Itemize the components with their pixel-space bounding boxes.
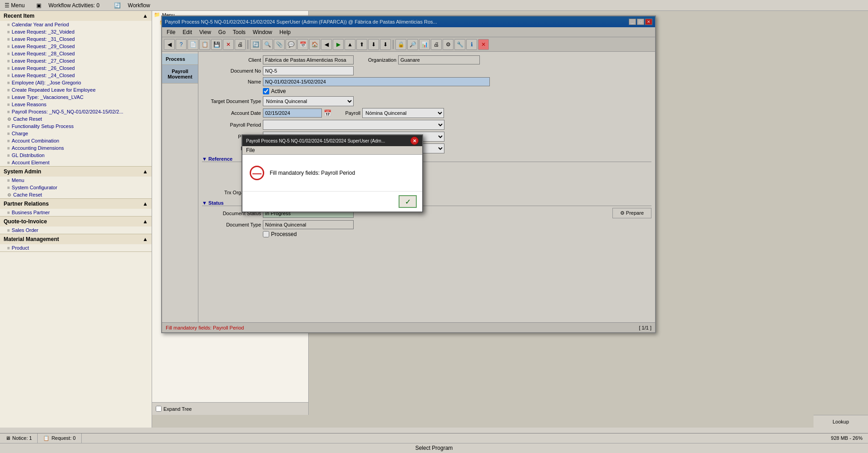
sidebar-item[interactable]: ≡Create Repeated Leave for Employee <box>0 86 152 94</box>
sidebar-item[interactable]: ≡Leave Request: _24_Closed <box>0 72 152 79</box>
item-icon: ≡ <box>7 138 10 143</box>
dialog-close-button[interactable]: ✕ <box>410 137 419 145</box>
notice-section: 🖥 Notice: 1 <box>0 433 38 443</box>
bottom-row1: 🖥 Notice: 1 📋 Request: 0 928 MB - 26% <box>0 433 868 443</box>
sidebar-item[interactable]: ≡Business Partner <box>0 209 152 216</box>
dialog-error-icon: — <box>250 166 264 180</box>
sidebar-item[interactable]: ≡Leave Request: _29_Closed <box>0 43 152 50</box>
item-icon: ⚙ <box>7 117 11 122</box>
sidebar-item[interactable]: ≡Accounting Dimensions <box>0 144 152 152</box>
main-window: Payroll Process NQ-5 NQ-01/02/2024-15/02… <box>161 15 656 333</box>
expand-tree-checkbox[interactable] <box>156 406 162 412</box>
sidebar-item[interactable]: ≡Account Combination <box>0 137 152 144</box>
item-icon: ≡ <box>7 37 10 42</box>
sidebar-item[interactable]: ≡Sales Order <box>0 226 152 234</box>
sidebar-item[interactable]: ≡Charge <box>0 130 152 137</box>
sidebar-item[interactable]: ≡Leave Request: _31_Closed <box>0 35 152 43</box>
sidebar-section-recent-header[interactable]: Recent Item ▲ <box>0 11 152 21</box>
sidebar-item[interactable]: ≡Employee (All): _Jose Gregorio <box>0 79 152 86</box>
sidebar-item[interactable]: ≡Leave Request: _26_Closed <box>0 64 152 72</box>
sidebar-section-quote: Quote-to-Invoice ▲ ≡Sales Order <box>0 217 152 234</box>
dialog-overlay: Payroll Process NQ-5 NQ-01/02/2024-15/02… <box>162 16 655 332</box>
request-text: Request: 0 <box>51 435 75 441</box>
item-icon: ≡ <box>7 66 10 71</box>
sidebar-section-sysadmin: System Admin ▲ ≡Menu ≡System Configurato… <box>0 167 152 199</box>
item-icon: ≡ <box>7 228 10 233</box>
collapse-quote-icon: ▲ <box>143 218 148 225</box>
global-bottom-bar: 🖥 Notice: 1 📋 Request: 0 928 MB - 26% Se… <box>0 433 868 453</box>
sidebar-item[interactable]: ≡Payroll Process: _NQ-5_NQ-01/02/2024-15… <box>0 108 152 115</box>
item-icon: ≡ <box>7 109 10 114</box>
workflow-activities-icon: ▣ <box>34 1 44 10</box>
dialog-ok-button[interactable]: ✓ <box>399 195 417 208</box>
sidebar-item[interactable]: ≡Account Element <box>0 159 152 166</box>
sidebar-item[interactable]: ≡Menu <box>0 177 152 184</box>
sidebar-item[interactable]: ≡Leave Request: _32_Voided <box>0 28 152 35</box>
notice-icon: 🖥 <box>5 435 10 441</box>
item-icon: ≡ <box>7 246 10 251</box>
collapse-recent-icon: ▲ <box>143 13 148 19</box>
bottom-row2: Select Program <box>0 443 868 453</box>
item-icon: ≡ <box>7 131 10 136</box>
top-menubar: ☰ Menu ▣ Workflow Activities: 0 🔄 Workfl… <box>0 0 868 11</box>
sidebar-item[interactable]: ≡Functionality Setup Process <box>0 123 152 130</box>
collapse-partner-icon: ▲ <box>143 201 148 207</box>
workflow-icon: 🔄 <box>111 1 123 10</box>
lookup-bar: Lookup <box>814 415 868 428</box>
sidebar-section-quote-header[interactable]: Quote-to-Invoice ▲ <box>0 217 152 226</box>
item-icon: ≡ <box>7 178 10 183</box>
item-icon: ≡ <box>7 95 10 100</box>
item-icon: ≡ <box>7 185 10 190</box>
sidebar-item[interactable]: ≡System Configurator <box>0 184 152 191</box>
select-program-label: Select Program <box>415 445 453 451</box>
sidebar-section-partner-header[interactable]: Partner Relations ▲ <box>0 199 152 209</box>
tree-expand-bar: Expand Tree <box>152 402 309 415</box>
sidebar-section-material-header[interactable]: Material Management ▲ <box>0 234 152 244</box>
collapse-material-icon: ▲ <box>143 236 148 242</box>
item-icon: ≡ <box>7 30 10 34</box>
sidebar-item[interactable]: ⚙Cache Reset <box>0 115 152 123</box>
lookup-label: Lookup <box>833 419 849 424</box>
sidebar-item[interactable]: ≡Leave Type: _Vacaciones_LVAC <box>0 94 152 101</box>
item-icon: ≡ <box>7 59 10 64</box>
menu-item-menu[interactable]: ☰ Menu <box>2 1 27 10</box>
dialog-error-message: Fill mandatory fields: Payroll Period <box>270 170 355 176</box>
item-icon: ⚙ <box>7 192 11 197</box>
sidebar-item[interactable]: ≡GL Distribution <box>0 152 152 159</box>
dialog-footer: ✓ <box>242 191 422 212</box>
item-icon: ≡ <box>7 51 10 56</box>
sidebar-item[interactable]: ⚙Cache Reset <box>0 191 152 198</box>
item-icon: ≡ <box>7 146 10 151</box>
tree-folder-icon: 📁 <box>154 12 160 18</box>
sidebar-item[interactable]: ≡Leave Reasons <box>0 101 152 108</box>
sidebar-section-partner: Partner Relations ▲ ≡Business Partner <box>0 199 152 217</box>
notice-text: Notice: 1 <box>12 435 32 441</box>
item-icon: ≡ <box>7 210 10 215</box>
dialog-file-menu[interactable]: File <box>246 147 255 153</box>
dialog-body: — Fill mandatory fields: Payroll Period <box>242 155 422 191</box>
dialog-title: Payroll Process NQ-5 NQ-01/02/2024-15/02… <box>246 138 410 143</box>
sidebar-item[interactable]: ≡Leave Request: _28_Closed <box>0 50 152 57</box>
sidebar-section-recent: Recent Item ▲ ≡Calendar Year and Period … <box>0 11 152 167</box>
item-icon: ≡ <box>7 124 10 129</box>
item-icon: ≡ <box>7 22 10 27</box>
dialog-menu: File <box>242 146 422 155</box>
item-icon: ≡ <box>7 88 10 93</box>
menu-item-workflow-activities[interactable]: ▣ Workflow Activities: 0 <box>31 1 105 10</box>
memory-text: 928 MB - 26% <box>831 435 863 441</box>
request-section: 📋 Request: 0 <box>38 433 81 443</box>
request-icon: 📋 <box>43 435 49 441</box>
sidebar: Recent Item ▲ ≡Calendar Year and Period … <box>0 11 152 428</box>
sidebar-item[interactable]: ≡Calendar Year and Period <box>0 21 152 28</box>
item-icon: ≡ <box>7 80 10 85</box>
error-dialog: Payroll Process NQ-5 NQ-01/02/2024-15/02… <box>242 134 423 212</box>
item-icon: ≡ <box>7 160 10 165</box>
sidebar-item[interactable]: ≡Leave Request: _27_Closed <box>0 57 152 64</box>
item-icon: ≡ <box>7 73 10 78</box>
collapse-sysadmin-icon: ▲ <box>143 168 148 175</box>
sidebar-section-sysadmin-header[interactable]: System Admin ▲ <box>0 167 152 177</box>
sidebar-item[interactable]: ≡Product <box>0 244 152 251</box>
menu-item-workflow[interactable]: 🔄 Workflow <box>108 1 155 10</box>
item-icon: ≡ <box>7 102 10 107</box>
sidebar-section-material: Material Management ▲ ≡Product <box>0 234 152 252</box>
